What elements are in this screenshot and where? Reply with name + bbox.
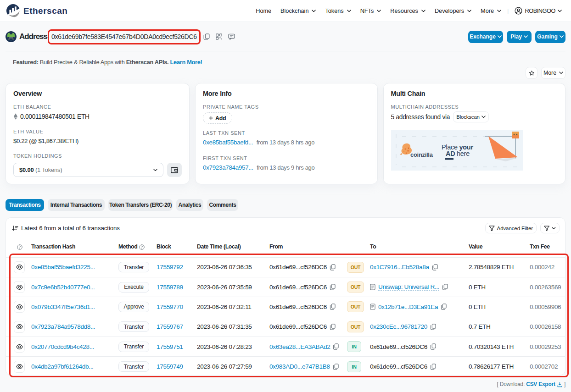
svg-text:coinzilla: coinzilla — [410, 151, 433, 158]
svg-text:AD here: AD here — [446, 150, 470, 157]
